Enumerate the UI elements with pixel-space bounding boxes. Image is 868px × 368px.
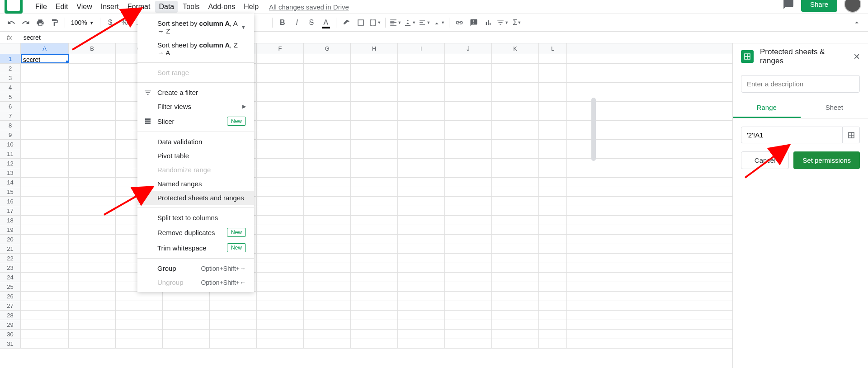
cell[interactable] [492,273,539,282]
row-header[interactable]: 6 [0,102,21,111]
cell[interactable] [257,301,304,310]
cell[interactable] [304,168,351,177]
column-header[interactable]: F [257,43,304,54]
cell[interactable] [492,187,539,196]
cell[interactable] [304,282,351,291]
cell[interactable] [69,187,116,196]
cell[interactable] [21,216,69,225]
cell[interactable] [445,178,492,187]
cell[interactable] [69,292,116,301]
cell[interactable] [492,140,539,149]
row-header[interactable]: 7 [0,111,21,120]
cell[interactable] [398,64,445,73]
cell[interactable] [445,64,492,73]
cell[interactable] [445,102,492,111]
cell[interactable] [398,73,445,82]
cell[interactable] [398,339,445,348]
cell[interactable] [445,292,492,301]
cell[interactable] [492,64,539,73]
cell[interactable] [21,292,69,301]
cell[interactable] [21,263,69,272]
cell[interactable] [445,216,492,225]
cell[interactable] [116,320,163,329]
cell[interactable] [257,339,304,348]
cell[interactable] [539,197,567,206]
cancel-button[interactable]: Cancel [741,151,789,169]
cell[interactable] [492,111,539,120]
cell[interactable] [398,111,445,120]
cell[interactable] [445,339,492,348]
cell[interactable] [492,244,539,253]
cell[interactable] [116,301,163,310]
cell[interactable] [21,282,69,291]
column-header[interactable]: I [398,43,445,54]
range-input[interactable] [741,127,843,143]
cell[interactable] [116,330,163,339]
column-header[interactable]: A [21,43,69,54]
cell[interactable] [398,263,445,272]
remove-duplicates-item[interactable]: Remove duplicates New [137,225,254,240]
borders-button[interactable] [354,16,368,29]
cell[interactable] [351,178,398,187]
trim-whitespace-item[interactable]: Trim whitespace New [137,240,254,255]
cell[interactable] [257,235,304,244]
menu-view[interactable]: View [73,1,95,13]
cell[interactable] [445,54,492,63]
comment-button[interactable] [467,16,481,29]
cell[interactable] [351,225,398,234]
column-header[interactable]: L [539,43,567,54]
cell[interactable] [351,140,398,149]
cell[interactable] [116,292,163,301]
cell[interactable] [492,311,539,320]
cell[interactable] [163,301,210,310]
cell[interactable] [492,178,539,187]
cell[interactable] [304,149,351,158]
cell[interactable] [304,301,351,310]
named-ranges-item[interactable]: Named ranges [137,177,254,191]
cell[interactable] [257,330,304,339]
cell[interactable] [539,235,567,244]
cell[interactable] [445,140,492,149]
cell[interactable] [21,197,69,206]
cell[interactable] [492,206,539,215]
cell[interactable] [445,149,492,158]
cell[interactable] [445,311,492,320]
cell[interactable] [257,254,304,263]
cell[interactable] [539,102,567,111]
cell[interactable] [304,102,351,111]
collapse-toolbar-button[interactable] [850,16,863,29]
cell[interactable] [304,273,351,282]
cell[interactable] [21,187,69,196]
cell[interactable] [304,263,351,272]
zoom-select[interactable]: 100%▼ [68,19,97,26]
comment-icon[interactable] [783,0,794,10]
cell[interactable] [398,320,445,329]
cell[interactable] [257,111,304,120]
cell[interactable] [21,102,69,111]
split-text-item[interactable]: Split text to columns [137,211,254,225]
cell[interactable] [398,187,445,196]
cell[interactable] [257,140,304,149]
cell[interactable] [257,92,304,101]
cell[interactable] [351,168,398,177]
cell[interactable] [445,244,492,253]
cell[interactable] [445,197,492,206]
cell[interactable] [210,339,257,348]
cell[interactable] [69,320,116,329]
row-header[interactable]: 29 [0,320,21,329]
cell[interactable] [492,83,539,92]
filter-button[interactable]: ▼ [496,16,509,29]
cell[interactable] [116,311,163,320]
cell[interactable] [257,273,304,282]
cell[interactable] [304,92,351,101]
row-header[interactable]: 25 [0,282,21,291]
cell[interactable] [257,292,304,301]
row-header[interactable]: 4 [0,83,21,92]
cell[interactable] [539,140,567,149]
cell[interactable] [163,339,210,348]
cell[interactable] [257,73,304,82]
cell[interactable] [351,330,398,339]
cell[interactable] [304,206,351,215]
cell[interactable] [351,244,398,253]
filter-views-item[interactable]: Filter views ▶ [137,99,254,113]
